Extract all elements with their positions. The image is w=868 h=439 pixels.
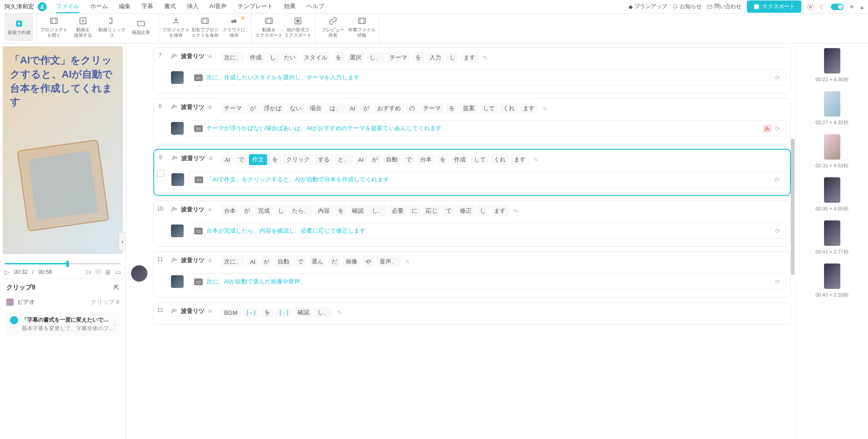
external-link-icon[interactable]: ⇱ xyxy=(114,284,119,291)
token[interactable]: の xyxy=(406,103,418,114)
token[interactable]: ます xyxy=(520,103,538,114)
token[interactable]: し xyxy=(446,52,458,63)
edit-icon[interactable]: ✎ xyxy=(483,54,488,61)
avatar[interactable] xyxy=(38,2,47,11)
brightness-icon[interactable]: ☀ xyxy=(849,3,855,10)
token[interactable]: 確認 xyxy=(294,307,312,318)
token[interactable]: 台本 xyxy=(417,154,435,165)
thumbnail-item[interactable]: 00:27 + 4.32秒 xyxy=(796,91,868,126)
speed-label[interactable]: 1x xyxy=(85,269,91,275)
refresh-icon[interactable]: ⟳ xyxy=(775,176,780,183)
clip-card-10[interactable]: 10 波音リツ ≡台本が完成したら、内容を確認し、必要に応じて修正します✎ ▭ … xyxy=(153,200,791,247)
tool-aspect[interactable]: 画面比率 xyxy=(127,14,156,41)
token[interactable]: [·] xyxy=(243,308,259,317)
play-button[interactable]: ▷ xyxy=(5,268,10,276)
gear-icon[interactable] xyxy=(807,3,814,10)
tool-plus[interactable]: 新規で作成 xyxy=(5,14,34,41)
token[interactable]: や xyxy=(362,256,375,267)
token[interactable]: を xyxy=(332,52,345,63)
token[interactable]: ない xyxy=(287,103,305,114)
menu-item-3[interactable]: 字幕 xyxy=(141,0,153,13)
token[interactable]: を xyxy=(446,103,458,114)
edit-icon[interactable]: ✎ xyxy=(542,105,547,112)
token[interactable]: 提案 xyxy=(460,103,478,114)
token[interactable]: AI xyxy=(247,257,258,267)
thumbnail-item[interactable]: 00:36 + 4.95秒 xyxy=(796,177,868,212)
token[interactable]: して xyxy=(471,154,489,165)
clip-card-7[interactable]: 7 波音リツ ≡次に、作成したいスタイルを選択し、テーマを入力します✎ ▭ 次に… xyxy=(153,47,791,93)
token-row[interactable]: BGM[·]を[·]確認し、✎ xyxy=(216,305,790,320)
token[interactable]: で xyxy=(235,154,247,165)
clip-card-9[interactable]: 9 波音リツ ≡AIで作文をクリックすると、AIが自動で台本を作成してくれます✎… xyxy=(153,149,791,196)
token[interactable]: が xyxy=(241,205,253,216)
token[interactable]: し、 xyxy=(366,52,385,63)
result-thumb[interactable] xyxy=(171,173,184,186)
token[interactable]: が xyxy=(247,103,259,114)
token[interactable]: 選ん xyxy=(308,256,327,267)
menu-item-6[interactable]: AI音声 xyxy=(210,0,227,13)
result-thumb[interactable] xyxy=(171,71,184,84)
token[interactable]: おすすめ xyxy=(374,103,404,114)
token[interactable]: 選択 xyxy=(346,52,365,63)
notice-button[interactable]: お知らせ xyxy=(673,3,702,10)
token[interactable]: を xyxy=(437,154,449,165)
tip-note[interactable]: 「字幕の書式を一度に変えたいで… 基本字幕を変更して、字幕全体のフ… › xyxy=(6,312,119,336)
result-text[interactable]: 次に、作成したいスタイルを選択し、テーマを入力します xyxy=(206,73,771,82)
token[interactable]: 作成 xyxy=(451,154,469,165)
token[interactable]: テーマ xyxy=(420,103,444,114)
token[interactable]: たら、 xyxy=(289,205,313,216)
token-row[interactable]: 台本が完成したら、内容を確認し、必要に応じて修正します✎ xyxy=(216,204,790,218)
token-row[interactable]: 次に、AIが自動で選んだ画像や音声、✎ xyxy=(216,254,790,269)
token[interactable]: に xyxy=(409,205,421,216)
token[interactable]: 場合 xyxy=(307,103,325,114)
token[interactable]: 作成 xyxy=(247,52,265,63)
token[interactable]: 自動 xyxy=(383,154,401,165)
token[interactable]: くれ xyxy=(491,154,509,165)
token[interactable]: AI xyxy=(346,104,358,113)
token[interactable]: を xyxy=(261,307,273,318)
tool-film[interactable]: プロジェクト を開く xyxy=(39,14,68,41)
token[interactable]: を xyxy=(335,205,347,216)
token[interactable]: 必要 xyxy=(389,205,407,216)
token-row[interactable]: 次に、作成したいスタイルを選択し、テーマを入力します✎ xyxy=(216,50,790,65)
token[interactable]: 作文 xyxy=(249,154,267,165)
tool-download[interactable]: プロジェクト を保存 xyxy=(161,14,190,41)
token[interactable]: BGM xyxy=(221,308,241,317)
refresh-icon[interactable]: ⟳ xyxy=(775,278,780,285)
token[interactable]: [·] xyxy=(275,308,292,317)
menu-item-5[interactable]: 挿入 xyxy=(187,0,199,13)
thumbnail-item[interactable]: 00:22 + 4.36秒 xyxy=(796,48,868,83)
thumbnail-item[interactable]: 00:41 + 2.77秒 xyxy=(796,220,868,255)
token[interactable]: 自動 xyxy=(274,256,293,267)
menu-item-2[interactable]: 編集 xyxy=(119,0,131,13)
clip-menu-icon[interactable]: ≡ xyxy=(208,103,212,111)
edit-icon[interactable]: ✎ xyxy=(405,259,410,265)
token[interactable]: し xyxy=(477,205,489,216)
clip-card-8[interactable]: 8 波音リツ ≡テーマが浮かばない場合は、AIがおすすめのテーマを提案してくれま… xyxy=(153,98,791,144)
token[interactable]: し xyxy=(267,52,279,63)
tool-square[interactable]: 他の形式で エクスポート ⌄ xyxy=(283,14,312,41)
token[interactable]: テーマ xyxy=(386,52,410,63)
token[interactable]: が xyxy=(260,256,273,267)
token[interactable]: を xyxy=(269,154,281,165)
refresh-icon[interactable]: ⟳ xyxy=(775,228,780,234)
contact-button[interactable]: 問い合わせ xyxy=(707,3,741,10)
token[interactable]: テーマ xyxy=(221,103,245,114)
token[interactable]: は、 xyxy=(327,103,345,114)
tool-link[interactable]: プレビュー 共有 xyxy=(318,14,347,41)
token-row[interactable]: テーマが浮かばない場合は、AIがおすすめのテーマを提案してくれます✎ xyxy=(216,101,790,116)
edit-icon[interactable]: ✎ xyxy=(533,156,538,163)
token[interactable]: と、 xyxy=(335,154,353,165)
chevron-up-icon[interactable]: ▴ xyxy=(860,3,863,10)
result-text[interactable]: 台本が完成したら、内容を確認し、必要に応じて修正します xyxy=(206,227,771,235)
token[interactable]: を xyxy=(412,52,424,63)
menu-item-0[interactable]: ファイル xyxy=(56,0,79,13)
menu-item-1[interactable]: ホーム xyxy=(90,0,108,13)
export-button[interactable]: エクスポート xyxy=(747,0,801,13)
menu-item-4[interactable]: 書式 xyxy=(164,0,176,13)
token[interactable]: し、 xyxy=(314,307,332,318)
token[interactable]: が xyxy=(369,154,381,165)
clip-menu-icon[interactable]: ≡ xyxy=(208,257,212,264)
record-icon[interactable]: ▭ xyxy=(115,268,121,276)
result-text[interactable]: 次に、AIが自動で選んだ画像や音声、 xyxy=(206,278,771,286)
